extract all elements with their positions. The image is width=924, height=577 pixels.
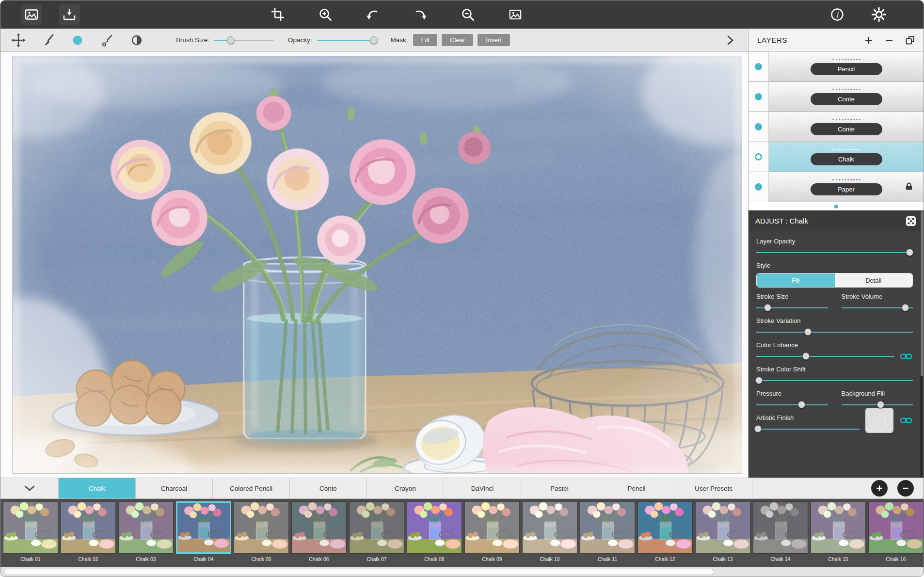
canvas-image[interactable]: [12, 56, 742, 474]
tab-colored-pencil[interactable]: Colored Pencil: [213, 478, 290, 498]
layer-visibility-toggle[interactable]: [749, 112, 769, 142]
artistic-finish-knob[interactable]: [754, 425, 762, 433]
info-button[interactable]: i: [827, 4, 848, 25]
background-fill-slider[interactable]: [842, 401, 913, 409]
toolbar-collapse-button[interactable]: [722, 32, 738, 48]
settings-button[interactable]: [868, 4, 890, 25]
layer-lock-toggle[interactable]: [905, 181, 913, 192]
layer-row-conte-2[interactable]: Conte: [749, 112, 924, 142]
layer-drag-handle[interactable]: [832, 179, 860, 180]
preset-thumbnail[interactable]: Chalk 10: [522, 501, 577, 567]
opacity-slider[interactable]: [317, 36, 376, 45]
stroke-variation-slider[interactable]: [756, 328, 913, 336]
style-fill-button[interactable]: Fill: [757, 273, 835, 287]
layer-drag-handle[interactable]: [832, 119, 860, 120]
duplicate-layer-button[interactable]: [905, 35, 915, 45]
chalk-brush-tool[interactable]: [69, 32, 86, 48]
preset-thumbnail[interactable]: Chalk 13: [695, 501, 750, 567]
layer-name-button[interactable]: Chalk: [811, 153, 882, 165]
layer-row-pencil[interactable]: Pencil: [749, 52, 924, 82]
remove-preset-button[interactable]: [897, 480, 914, 497]
preset-thumbnail[interactable]: Chalk 15: [811, 501, 866, 567]
preset-scrollbar-thumb[interactable]: [3, 569, 714, 575]
stroke-color-shift-knob[interactable]: [755, 377, 763, 384]
preset-horizontal-scrollbar[interactable]: [0, 567, 924, 577]
tab-conte[interactable]: Conte: [290, 478, 367, 498]
artistic-finish-texture-thumbnail[interactable]: [865, 408, 893, 433]
add-layer-button[interactable]: [864, 36, 873, 45]
pressure-knob[interactable]: [798, 401, 805, 408]
remove-layer-button[interactable]: [885, 36, 893, 45]
layer-drag-handle[interactable]: [832, 59, 860, 60]
blend-tool[interactable]: [128, 32, 145, 48]
preset-thumbnail[interactable]: Chalk 11: [580, 501, 635, 567]
mask-fill-button[interactable]: Fill: [413, 34, 438, 46]
randomize-button[interactable]: [905, 215, 917, 227]
layer-visibility-toggle[interactable]: [749, 52, 769, 81]
mask-invert-button[interactable]: Invert: [478, 34, 510, 46]
tab-crayon[interactable]: Crayon: [367, 478, 444, 498]
layer-name-button[interactable]: Conte: [811, 93, 882, 105]
tab-pencil[interactable]: Pencil: [598, 478, 675, 498]
brush-size-slider[interactable]: [214, 36, 273, 45]
layer-name-button[interactable]: Pencil: [811, 63, 882, 75]
layer-name-button[interactable]: Conte: [811, 123, 882, 135]
layer-opacity-knob[interactable]: [906, 249, 913, 256]
pressure-slider[interactable]: [756, 401, 828, 409]
preset-thumbnail[interactable]: Chalk 07: [349, 501, 404, 567]
layer-name-button[interactable]: Paper: [811, 183, 882, 195]
tab-charcoal[interactable]: Charcoal: [136, 478, 213, 498]
link-icon[interactable]: [899, 417, 913, 424]
stroke-variation-knob[interactable]: [804, 328, 812, 336]
preset-thumbnail[interactable]: Chalk 14: [753, 501, 808, 567]
zoom-out-button[interactable]: [457, 4, 478, 25]
preset-thumbnail[interactable]: Chalk 12: [637, 501, 693, 567]
brush-size-knob[interactable]: [227, 36, 235, 44]
crop-button[interactable]: [267, 4, 288, 25]
move-tool[interactable]: [10, 32, 27, 48]
layer-visibility-toggle[interactable]: [749, 172, 769, 202]
image-view-button[interactable]: [505, 4, 526, 25]
layer-row-conte-1[interactable]: Conte: [749, 82, 924, 112]
tab-davinci[interactable]: DaVinci: [444, 478, 521, 498]
save-button[interactable]: [59, 4, 80, 25]
open-photo-button[interactable]: [21, 4, 42, 25]
tab-user-presets[interactable]: User Presets: [675, 478, 752, 498]
adjust-scrollbar[interactable]: [920, 211, 924, 478]
brush-tool[interactable]: [40, 32, 56, 48]
tab-pastel[interactable]: Pastel: [521, 478, 598, 498]
preset-thumbnail-selected[interactable]: Chalk 04: [176, 501, 231, 567]
collapse-presets-button[interactable]: [0, 478, 59, 498]
color-enhance-slider[interactable]: [756, 353, 894, 360]
background-fill-knob[interactable]: [877, 401, 884, 408]
layer-visibility-toggle[interactable]: [749, 142, 769, 172]
undo-button[interactable]: [362, 4, 383, 25]
layer-row-chalk[interactable]: Chalk: [749, 142, 924, 172]
layer-visibility-toggle[interactable]: [749, 82, 769, 112]
style-detail-button[interactable]: Detail: [835, 273, 913, 287]
preset-thumbnail[interactable]: Chalk 06: [291, 501, 347, 567]
stroke-volume-slider[interactable]: [842, 304, 913, 312]
color-enhance-knob[interactable]: [802, 353, 810, 360]
redo-button[interactable]: [410, 4, 431, 25]
stroke-size-knob[interactable]: [764, 304, 771, 311]
preset-thumbnail[interactable]: Chalk 01: [3, 501, 58, 567]
detail-brush-tool[interactable]: [99, 32, 115, 48]
preset-thumbnail[interactable]: Chalk 03: [118, 501, 174, 567]
adjust-scrollbar-thumb[interactable]: [921, 211, 923, 376]
mask-clear-button[interactable]: Clear: [442, 34, 473, 46]
stroke-volume-knob[interactable]: [902, 304, 909, 311]
tab-chalk[interactable]: Chalk: [59, 478, 136, 498]
preset-thumbnail[interactable]: Chalk 16: [868, 501, 924, 567]
link-icon[interactable]: [899, 353, 913, 360]
opacity-knob[interactable]: [370, 36, 378, 44]
layer-opacity-slider[interactable]: [756, 249, 913, 256]
preset-thumbnail[interactable]: Chalk 08: [407, 501, 462, 567]
layer-row-paper[interactable]: Paper: [749, 172, 924, 202]
preset-thumbnail[interactable]: Chalk 02: [61, 501, 116, 567]
artistic-finish-slider[interactable]: [756, 425, 860, 433]
zoom-in-button[interactable]: [315, 4, 336, 25]
stroke-size-slider[interactable]: [756, 304, 828, 312]
stroke-color-shift-slider[interactable]: [756, 377, 913, 385]
preset-thumbnail[interactable]: Chalk 05: [234, 501, 289, 567]
